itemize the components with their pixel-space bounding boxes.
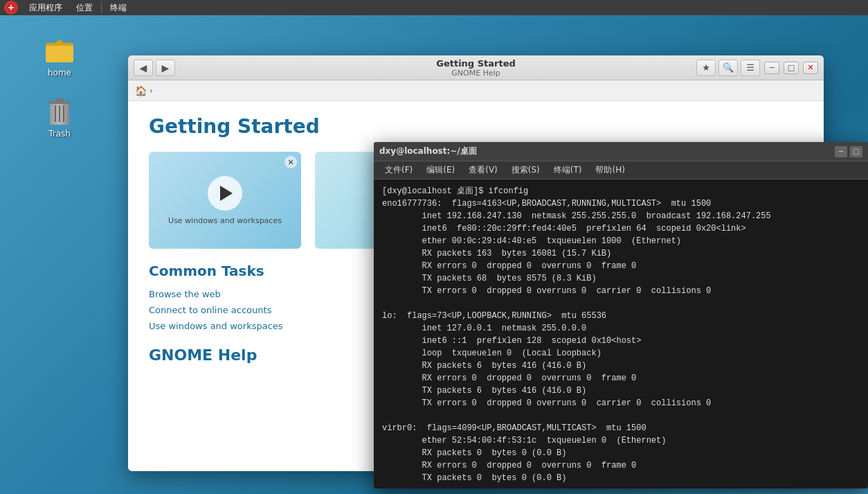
term-menu-view[interactable]: 查看(V) <box>463 163 503 177</box>
terminal-controls: ─ □ <box>835 146 862 157</box>
term-menu-help[interactable]: 帮助(H) <box>590 163 630 177</box>
terminal-minimize[interactable]: ─ <box>835 146 847 157</box>
back-button[interactable]: ◀ <box>134 60 153 76</box>
term-menu-search[interactable]: 搜索(S) <box>506 163 545 177</box>
terminal-title: dxy@localhost:~/桌面 <box>379 145 477 157</box>
menubar-item-places[interactable]: 位置 <box>69 0 100 15</box>
video-close-icon[interactable]: ✕ <box>284 156 297 168</box>
home-icon-label: home <box>48 68 71 78</box>
menu-button[interactable]: ☰ <box>741 60 760 76</box>
breadcrumb-bar: 🏠 › <box>128 80 824 101</box>
window-title-area: Getting Started GNOME Help <box>436 58 516 78</box>
gnome-window-titlebar: ◀ ▶ Getting Started GNOME Help ★ 🔍 ☰ ─ □… <box>128 55 824 80</box>
forward-button[interactable]: ▶ <box>156 60 175 76</box>
video-label: Use windows and workspaces <box>168 216 282 225</box>
minimize-button[interactable]: ─ <box>764 62 779 74</box>
term-menu-edit[interactable]: 编辑(E) <box>421 163 460 177</box>
terminal-window: dxy@localhost:~/桌面 ─ □ 文件(F) 编辑(E) 查看(V)… <box>374 142 868 488</box>
terminal-titlebar: dxy@localhost:~/桌面 ─ □ <box>374 142 868 161</box>
home-folder-icon <box>43 32 76 65</box>
window-action-buttons: ★ 🔍 ☰ ─ □ ✕ <box>696 60 818 76</box>
window-nav-buttons: ◀ ▶ <box>134 60 175 76</box>
menubar-separator <box>101 2 102 13</box>
menubar-item-terminal[interactable]: 终端 <box>103 0 134 15</box>
desktop-icon-trash[interactable]: Trash <box>32 90 87 141</box>
terminal-menubar: 文件(F) 编辑(E) 查看(V) 搜索(S) 终端(T) 帮助(H) <box>374 161 868 179</box>
desktop-icon-home[interactable]: home <box>32 29 87 80</box>
menubar: 应用程序 位置 终端 <box>0 0 868 15</box>
trash-icon-label: Trash <box>48 129 71 139</box>
menubar-item-apps[interactable]: 应用程序 <box>22 0 69 15</box>
window-subtitle: GNOME Help <box>436 69 516 78</box>
maximize-button[interactable]: □ <box>784 62 799 74</box>
trash-icon <box>43 93 76 126</box>
bookmark-button[interactable]: ★ <box>696 60 716 76</box>
term-menu-file[interactable]: 文件(F) <box>379 163 418 177</box>
breadcrumb-home-icon[interactable]: 🏠 <box>135 85 147 96</box>
terminal-body[interactable]: [dxy@localhost 桌面]$ ifconfig eno16777736… <box>374 179 868 488</box>
menubar-logo <box>4 1 18 15</box>
play-button[interactable] <box>208 176 242 211</box>
terminal-maximize[interactable]: □ <box>850 146 862 157</box>
close-button[interactable]: ✕ <box>803 62 818 74</box>
video-card[interactable]: ✕ Use windows and workspaces <box>149 152 301 249</box>
svg-rect-3 <box>46 46 73 62</box>
desktop: 应用程序 位置 终端 home <box>0 0 868 494</box>
search-button[interactable]: 🔍 <box>718 60 738 76</box>
page-title: Getting Started <box>149 115 803 138</box>
term-menu-terminal[interactable]: 终端(T) <box>548 163 588 177</box>
svg-rect-7 <box>55 98 64 102</box>
window-title: Getting Started <box>436 58 516 69</box>
breadcrumb-arrow: › <box>150 86 153 96</box>
